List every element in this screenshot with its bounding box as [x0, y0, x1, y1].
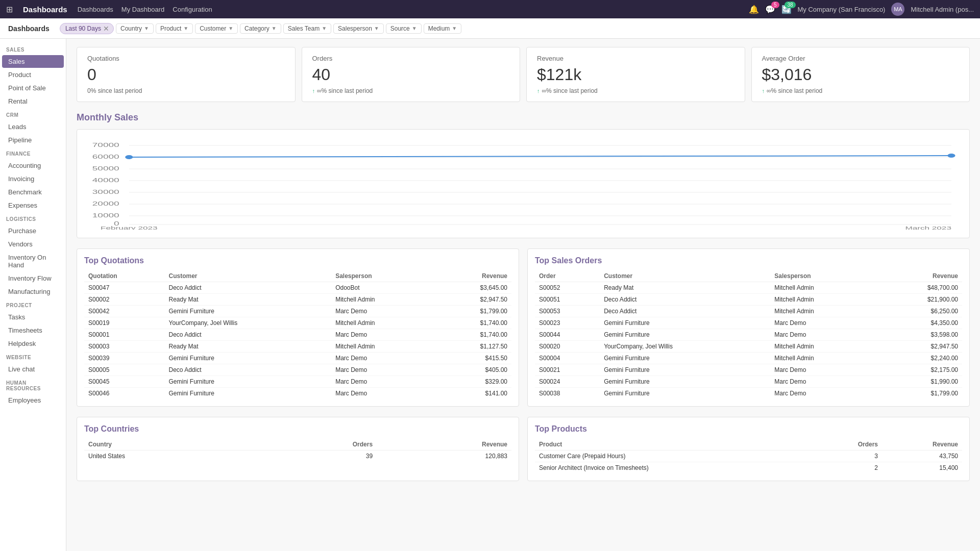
quotation-revenue-cell: $141.00: [435, 388, 511, 399]
chat-icon[interactable]: 💬 5: [765, 5, 775, 14]
sidebar-item-pos[interactable]: Point of Sale: [2, 82, 64, 94]
sidebar-item-timesheets[interactable]: Timesheets: [2, 324, 64, 337]
sidebar-item-leads[interactable]: Leads: [2, 120, 64, 133]
sidebar-item-inventory-flow[interactable]: Inventory Flow: [2, 272, 64, 285]
col-order: Order: [535, 270, 600, 282]
filter-source-label: Source: [390, 25, 410, 32]
avatar[interactable]: MA: [891, 3, 904, 16]
order-revenue-cell: $1,799.00: [876, 388, 962, 399]
sidebar-item-sales[interactable]: Sales: [2, 55, 64, 68]
sidebar-item-employees[interactable]: Employees: [2, 394, 64, 407]
col-revenue-q: Revenue: [435, 270, 511, 282]
sidebar-item-expenses[interactable]: Expenses: [2, 199, 64, 212]
stat-cards: Quotations 0 0% since last period Orders…: [77, 47, 970, 102]
order-id-cell[interactable]: S00038: [535, 388, 600, 399]
brand-name: Dashboards: [23, 5, 67, 14]
filter-country[interactable]: Country ▼: [116, 23, 154, 34]
order-id-cell[interactable]: S00004: [535, 353, 600, 364]
quotation-customer-cell: Ready Mat: [164, 294, 331, 306]
stat-quotations-label: Quotations: [87, 55, 285, 62]
nav-configuration[interactable]: Configuration: [173, 6, 212, 13]
product-cell[interactable]: Customer Care (Prepaid Hours): [535, 450, 815, 462]
sidebar-item-purchase[interactable]: Purchase: [2, 224, 64, 237]
product-cell-2[interactable]: Senior Architect (Invoice on Timesheets): [535, 462, 815, 474]
order-revenue-cell: $3,598.00: [876, 329, 962, 341]
top-products-table: Product Orders Revenue Customer Care (Pr…: [535, 439, 962, 473]
sidebar-item-manufacturing[interactable]: Manufacturing: [2, 285, 64, 298]
sidebar-item-tasks[interactable]: Tasks: [2, 311, 64, 323]
top-sales-orders-section: Top Sales Orders Order Customer Salesper…: [527, 248, 970, 407]
order-customer-cell: Gemini Furniture: [600, 376, 770, 388]
filter-category[interactable]: Category ▼: [240, 23, 281, 34]
nav-my-dashboard[interactable]: My Dashboard: [121, 6, 165, 13]
sidebar-item-product[interactable]: Product: [2, 68, 64, 81]
quotation-revenue-cell: $1,740.00: [435, 329, 511, 341]
order-customer-cell: Deco Addict: [600, 306, 770, 317]
quotation-salesperson-cell: Marc Demo: [331, 353, 434, 364]
quotation-id-cell[interactable]: S00039: [84, 353, 164, 364]
monthly-sales-section: Monthly Sales 70000 60000 50000 40000 30…: [77, 112, 970, 238]
col-country: Country: [84, 439, 264, 450]
quotation-id-cell[interactable]: S00047: [84, 282, 164, 294]
sidebar-item-accounting[interactable]: Accounting: [2, 159, 64, 172]
filter-customer[interactable]: Customer ▼: [195, 23, 238, 34]
quotation-id-cell[interactable]: S00046: [84, 388, 164, 399]
table-row: S00042 Gemini Furniture Marc Demo $1,799…: [84, 306, 511, 317]
sidebar-item-rental[interactable]: Rental: [2, 95, 64, 108]
quotation-id-cell[interactable]: S00019: [84, 317, 164, 329]
sidebar-item-invoicing[interactable]: Invoicing: [2, 172, 64, 185]
quotation-id-cell[interactable]: S00002: [84, 294, 164, 306]
quotation-customer-cell: Deco Addict: [164, 282, 331, 294]
svg-point-16: [125, 155, 133, 159]
sidebar-item-benchmark[interactable]: Benchmark: [2, 186, 64, 198]
sidebar-section-finance: FINANCE Accounting Invoicing Benchmark E…: [0, 147, 66, 212]
order-id-cell[interactable]: S00023: [535, 317, 600, 329]
sidebar-item-live-chat[interactable]: Live chat: [2, 363, 64, 375]
order-id-cell[interactable]: S00021: [535, 364, 600, 376]
top-quotations-table: Quotation Customer Salesperson Revenue S…: [84, 270, 511, 399]
quotation-id-cell[interactable]: S00045: [84, 376, 164, 388]
updates-icon[interactable]: 🔄 38: [781, 5, 792, 14]
sidebar-item-inventory-on-hand[interactable]: Inventory On Hand: [2, 251, 64, 271]
table-row: S00019 YourCompany, Joel Willis Mitchell…: [84, 317, 511, 329]
sidebar-section-hr: HUMAN RESOURCES Employees: [0, 376, 66, 407]
filter-last90days[interactable]: Last 90 Days ✕: [60, 23, 114, 34]
filter-salesperson[interactable]: Salesperson ▼: [333, 23, 384, 34]
quotation-id-cell[interactable]: S00001: [84, 329, 164, 341]
filter-product[interactable]: Product ▼: [156, 23, 193, 34]
top-products-title: Top Products: [535, 424, 962, 434]
app-grid-icon[interactable]: ⊞: [6, 5, 13, 14]
order-salesperson-cell: Mitchell Admin: [770, 282, 876, 294]
revenue-cell: 120,883: [377, 450, 511, 462]
table-row: S00021 Gemini Furniture Marc Demo $2,175…: [535, 364, 962, 376]
order-id-cell[interactable]: S00052: [535, 282, 600, 294]
filter-source[interactable]: Source ▼: [386, 23, 422, 34]
filter-medium[interactable]: Medium ▼: [424, 23, 462, 34]
table-row: Customer Care (Prepaid Hours) 3 43,750: [535, 450, 962, 462]
nav-dashboards[interactable]: Dashboards: [78, 6, 113, 13]
activity-icon[interactable]: 🔔: [749, 5, 759, 14]
order-id-cell[interactable]: S00020: [535, 341, 600, 353]
stat-card-quotations: Quotations 0 0% since last period: [77, 47, 296, 102]
quotation-salesperson-cell: Marc Demo: [331, 329, 434, 341]
order-id-cell[interactable]: S00024: [535, 376, 600, 388]
filter-sales-team[interactable]: Sales Team ▼: [283, 23, 331, 34]
order-id-cell[interactable]: S00044: [535, 329, 600, 341]
sidebar-item-vendors[interactable]: Vendors: [2, 238, 64, 251]
quotation-id-cell[interactable]: S00042: [84, 306, 164, 317]
filter-last90days-remove[interactable]: ✕: [103, 24, 109, 33]
stat-card-revenue: Revenue $121k ↑ ∞% since last period: [526, 47, 745, 102]
table-row: S00020 YourCompany, Joel Willis Mitchell…: [535, 341, 962, 353]
sidebar-item-helpdesk[interactable]: Helpdesk: [2, 337, 64, 350]
country-cell[interactable]: United States: [84, 450, 264, 462]
order-id-cell[interactable]: S00053: [535, 306, 600, 317]
quotation-customer-cell: Deco Addict: [164, 364, 331, 376]
quotation-id-cell[interactable]: S00003: [84, 341, 164, 353]
quotation-id-cell[interactable]: S00005: [84, 364, 164, 376]
sidebar-item-pipeline[interactable]: Pipeline: [2, 134, 64, 146]
order-salesperson-cell: Mitchell Admin: [770, 306, 876, 317]
stat-revenue-label: Revenue: [537, 55, 734, 62]
order-id-cell[interactable]: S00051: [535, 294, 600, 306]
filter-sales-team-arrow: ▼: [322, 26, 327, 31]
order-revenue-cell: $1,990.00: [876, 376, 962, 388]
